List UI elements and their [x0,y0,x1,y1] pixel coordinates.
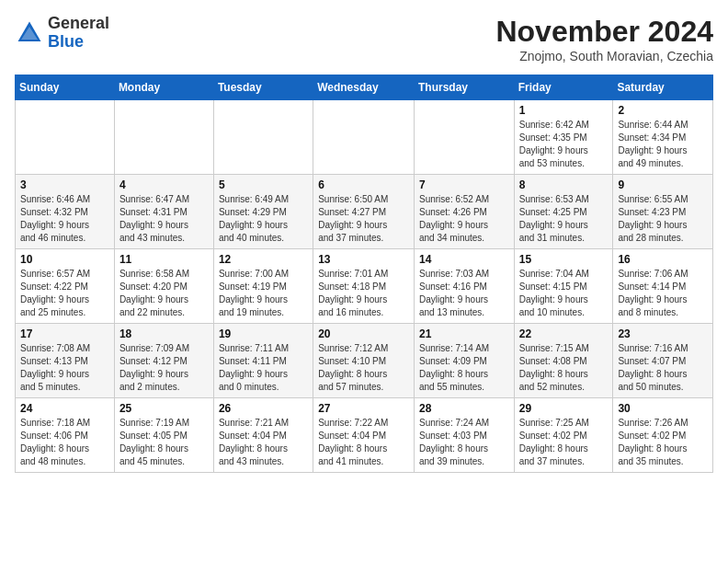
month-title: November 2024 [495,15,713,49]
title-block: November 2024 Znojmo, South Moravian, Cz… [495,15,713,63]
day-info: Sunrise: 6:58 AM Sunset: 4:20 PM Dayligh… [119,268,209,319]
day-number: 14 [419,253,509,266]
day-info: Sunrise: 7:08 AM Sunset: 4:13 PM Dayligh… [20,342,109,394]
day-number: 20 [318,327,409,340]
calendar-week-5: 24Sunrise: 7:18 AM Sunset: 4:06 PM Dayli… [16,398,713,473]
day-number: 15 [519,253,609,266]
calendar-cell: 8Sunrise: 6:53 AM Sunset: 4:25 PM Daylig… [514,175,613,249]
calendar-cell: 27Sunrise: 7:22 AM Sunset: 4:04 PM Dayli… [313,398,415,473]
day-info: Sunrise: 7:19 AM Sunset: 4:05 PM Dayligh… [119,417,209,468]
day-info: Sunrise: 7:04 AM Sunset: 4:15 PM Dayligh… [519,268,609,319]
col-header-monday: Monday [114,75,213,100]
day-info: Sunrise: 7:14 AM Sunset: 4:09 PM Dayligh… [419,342,509,394]
logo-text: General Blue [48,15,109,52]
calendar-cell: 4Sunrise: 6:47 AM Sunset: 4:31 PM Daylig… [114,175,213,249]
day-info: Sunrise: 7:06 AM Sunset: 4:14 PM Dayligh… [618,268,708,319]
page-header: General Blue November 2024 Znojmo, South… [15,15,713,63]
calendar-cell: 5Sunrise: 6:49 AM Sunset: 4:29 PM Daylig… [213,175,313,249]
day-info: Sunrise: 7:26 AM Sunset: 4:02 PM Dayligh… [618,417,708,468]
day-info: Sunrise: 6:49 AM Sunset: 4:29 PM Dayligh… [219,193,308,245]
logo-icon [15,18,44,48]
day-number: 24 [20,402,109,415]
day-number: 11 [119,253,209,266]
day-number: 1 [519,104,609,117]
day-number: 25 [119,402,209,415]
day-number: 28 [419,402,509,415]
calendar-cell: 7Sunrise: 6:52 AM Sunset: 4:26 PM Daylig… [414,175,514,249]
calendar-cell: 19Sunrise: 7:11 AM Sunset: 4:11 PM Dayli… [213,324,313,398]
day-info: Sunrise: 7:12 AM Sunset: 4:10 PM Dayligh… [318,342,409,394]
day-info: Sunrise: 6:55 AM Sunset: 4:23 PM Dayligh… [618,193,708,245]
day-number: 12 [219,253,308,266]
day-number: 2 [618,104,708,117]
col-header-friday: Friday [514,75,613,100]
calendar-cell: 25Sunrise: 7:19 AM Sunset: 4:05 PM Dayli… [114,398,213,473]
calendar-week-1: 1Sunrise: 6:42 AM Sunset: 4:35 PM Daylig… [16,100,713,175]
day-info: Sunrise: 7:01 AM Sunset: 4:18 PM Dayligh… [318,268,409,319]
logo-blue: Blue [48,33,109,52]
day-number: 23 [618,327,708,340]
day-info: Sunrise: 7:24 AM Sunset: 4:03 PM Dayligh… [419,417,509,468]
location: Znojmo, South Moravian, Czechia [495,49,713,63]
day-number: 10 [20,253,109,266]
calendar-cell: 11Sunrise: 6:58 AM Sunset: 4:20 PM Dayli… [114,249,213,324]
day-info: Sunrise: 6:47 AM Sunset: 4:31 PM Dayligh… [119,193,209,245]
col-header-thursday: Thursday [414,75,514,100]
day-info: Sunrise: 7:11 AM Sunset: 4:11 PM Dayligh… [219,342,308,394]
col-header-wednesday: Wednesday [313,75,415,100]
day-number: 9 [618,178,708,191]
day-info: Sunrise: 7:21 AM Sunset: 4:04 PM Dayligh… [219,417,308,468]
calendar-cell [114,100,213,175]
calendar-header-row: SundayMondayTuesdayWednesdayThursdayFrid… [16,75,713,100]
day-number: 6 [318,178,409,191]
day-number: 22 [519,327,609,340]
day-number: 5 [219,178,308,191]
calendar-cell: 9Sunrise: 6:55 AM Sunset: 4:23 PM Daylig… [613,175,713,249]
calendar-cell: 24Sunrise: 7:18 AM Sunset: 4:06 PM Dayli… [16,398,115,473]
day-number: 3 [20,178,109,191]
calendar-week-2: 3Sunrise: 6:46 AM Sunset: 4:32 PM Daylig… [16,175,713,249]
day-info: Sunrise: 6:57 AM Sunset: 4:22 PM Dayligh… [20,268,109,319]
day-info: Sunrise: 6:53 AM Sunset: 4:25 PM Dayligh… [519,193,609,245]
day-info: Sunrise: 6:44 AM Sunset: 4:34 PM Dayligh… [618,119,708,170]
calendar-cell: 20Sunrise: 7:12 AM Sunset: 4:10 PM Dayli… [313,324,415,398]
calendar-cell: 26Sunrise: 7:21 AM Sunset: 4:04 PM Dayli… [213,398,313,473]
col-header-sunday: Sunday [16,75,115,100]
day-info: Sunrise: 7:03 AM Sunset: 4:16 PM Dayligh… [419,268,509,319]
calendar-cell: 12Sunrise: 7:00 AM Sunset: 4:19 PM Dayli… [213,249,313,324]
day-number: 4 [119,178,209,191]
day-number: 21 [419,327,509,340]
col-header-saturday: Saturday [613,75,713,100]
calendar-cell: 23Sunrise: 7:16 AM Sunset: 4:07 PM Dayli… [613,324,713,398]
col-header-tuesday: Tuesday [213,75,313,100]
calendar-cell: 6Sunrise: 6:50 AM Sunset: 4:27 PM Daylig… [313,175,415,249]
calendar-cell: 18Sunrise: 7:09 AM Sunset: 4:12 PM Dayli… [114,324,213,398]
calendar-cell: 29Sunrise: 7:25 AM Sunset: 4:02 PM Dayli… [514,398,613,473]
day-info: Sunrise: 6:42 AM Sunset: 4:35 PM Dayligh… [519,119,609,170]
day-number: 19 [219,327,308,340]
day-info: Sunrise: 7:16 AM Sunset: 4:07 PM Dayligh… [618,342,708,394]
calendar-cell: 1Sunrise: 6:42 AM Sunset: 4:35 PM Daylig… [514,100,613,175]
calendar-cell: 16Sunrise: 7:06 AM Sunset: 4:14 PM Dayli… [613,249,713,324]
calendar-cell: 3Sunrise: 6:46 AM Sunset: 4:32 PM Daylig… [16,175,115,249]
day-info: Sunrise: 7:15 AM Sunset: 4:08 PM Dayligh… [519,342,609,394]
calendar-cell: 13Sunrise: 7:01 AM Sunset: 4:18 PM Dayli… [313,249,415,324]
day-number: 7 [419,178,509,191]
day-info: Sunrise: 7:25 AM Sunset: 4:02 PM Dayligh… [519,417,609,468]
calendar-cell [313,100,415,175]
calendar-cell [16,100,115,175]
calendar-table: SundayMondayTuesdayWednesdayThursdayFrid… [15,75,713,473]
day-info: Sunrise: 6:52 AM Sunset: 4:26 PM Dayligh… [419,193,509,245]
calendar-cell [213,100,313,175]
day-number: 29 [519,402,609,415]
calendar-week-3: 10Sunrise: 6:57 AM Sunset: 4:22 PM Dayli… [16,249,713,324]
day-info: Sunrise: 6:50 AM Sunset: 4:27 PM Dayligh… [318,193,409,245]
calendar-cell: 14Sunrise: 7:03 AM Sunset: 4:16 PM Dayli… [414,249,514,324]
day-number: 26 [219,402,308,415]
day-number: 16 [618,253,708,266]
calendar-cell: 15Sunrise: 7:04 AM Sunset: 4:15 PM Dayli… [514,249,613,324]
calendar-cell: 2Sunrise: 6:44 AM Sunset: 4:34 PM Daylig… [613,100,713,175]
calendar-cell: 17Sunrise: 7:08 AM Sunset: 4:13 PM Dayli… [16,324,115,398]
calendar-cell: 22Sunrise: 7:15 AM Sunset: 4:08 PM Dayli… [514,324,613,398]
day-number: 30 [618,402,708,415]
